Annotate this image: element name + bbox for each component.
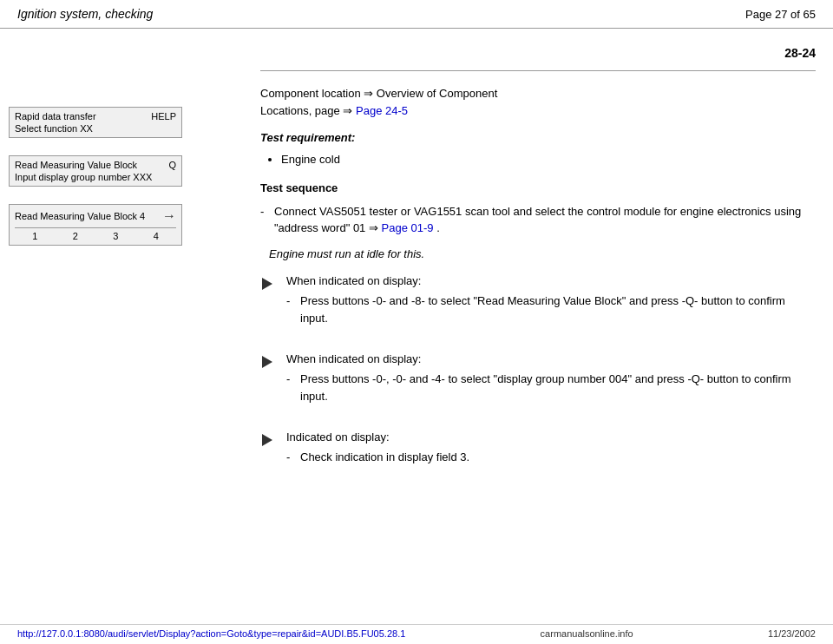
page-footer: http://127.0.0.1:8080/audi/servlet/Displ… (0, 624, 833, 639)
footer-url[interactable]: http://127.0.0.1:8080/audi/servlet/Displ… (17, 628, 405, 639)
note-idle: Engine must run at idle for this. (269, 246, 816, 263)
panel3-arrow-icon: → (162, 208, 176, 224)
svg-marker-1 (262, 356, 272, 368)
test-sequence-step1: Connect VAS5051 tester or VAG1551 scan t… (260, 203, 816, 237)
field-1: 1 (25, 231, 44, 241)
panel1-title: Rapid data transfer (15, 111, 96, 122)
panel3-title: Read Measuring Value Block 4 (15, 211, 145, 221)
arrow-diagonal-icon-2 (260, 354, 276, 370)
panel-read-measuring-block4: Read Measuring Value Block 4 → 1 2 3 4 (9, 204, 182, 246)
step1-end: . (436, 221, 440, 234)
arrow-diagonal-icon-3 (260, 432, 276, 448)
instruction-label-2: When indicated on display: (286, 352, 816, 365)
page-indicator: Page 27 of 65 (745, 8, 816, 21)
instruction-icon-1 (260, 276, 279, 294)
intro-text: Component location ⇒ Overview of Compone… (260, 85, 816, 119)
field-2: 2 (66, 231, 85, 241)
section-divider (260, 70, 816, 71)
instruction-label-3: Indicated on display: (286, 430, 816, 444)
main-content: Rapid data transfer HELP Select function… (0, 29, 833, 501)
step1-text: Connect VAS5051 tester or VAG1551 scan t… (274, 205, 801, 235)
intro-link[interactable]: Page 24-5 (356, 104, 408, 117)
intro-line1: Component location ⇒ Overview of Compone… (260, 87, 497, 100)
field-4: 4 (147, 231, 166, 241)
test-requirement-list: Engine cold (281, 151, 816, 169)
instruction-step-1: Press buttons -0- and -8- to select "Rea… (286, 292, 816, 326)
svg-marker-0 (262, 278, 272, 290)
arrow-diagonal-icon-1 (260, 276, 276, 292)
panel1-help: HELP (151, 111, 176, 122)
footer-date: 11/23/2002 (768, 628, 816, 639)
instruction-block-2: When indicated on display: Press buttons… (260, 352, 816, 411)
instruction-content-3: Indicated on display: Check indication i… (286, 430, 816, 473)
step1-link[interactable]: Page 01-9 (382, 221, 434, 234)
panel2-title: Read Measuring Value Block (15, 160, 137, 170)
instruction-content-2: When indicated on display: Press buttons… (286, 352, 816, 411)
test-sequence-heading: Test sequence (260, 181, 816, 194)
left-sidebar: Rapid data transfer HELP Select function… (9, 37, 234, 492)
instruction-step-2: Press buttons -0-, -0- and -4- to select… (286, 371, 816, 404)
panel-rapid-data: Rapid data transfer HELP Select function… (9, 107, 182, 138)
document-title: Ignition system, checking (17, 7, 153, 21)
bullet-engine-cold: Engine cold (281, 151, 816, 169)
instruction-icon-3 (260, 432, 279, 450)
panel1-sub: Select function XX (15, 123, 176, 134)
instruction-step-3: Check indication in display field 3. (286, 449, 816, 466)
test-requirement-label: Test requirement: (260, 131, 816, 144)
instruction-icon-2 (260, 354, 279, 372)
intro-line2: Locations, page ⇒ (260, 104, 352, 117)
panel2-key: Q (168, 160, 176, 170)
field-3: 3 (106, 231, 125, 241)
section-number: 28-24 (260, 46, 816, 60)
instruction-block-1: When indicated on display: Press buttons… (260, 274, 816, 333)
instruction-block-3: Indicated on display: Check indication i… (260, 430, 816, 473)
page-header: Ignition system, checking Page 27 of 65 (0, 0, 833, 29)
footer-watermark: carmanualsonline.info (541, 628, 633, 639)
svg-marker-2 (262, 434, 272, 446)
panel-read-measuring: Read Measuring Value Block Q Input displ… (9, 155, 182, 187)
panel3-fields: 1 2 3 4 (15, 227, 176, 241)
instruction-content-1: When indicated on display: Press buttons… (286, 274, 816, 333)
panel2-sub: Input display group number XXX (15, 172, 176, 182)
instruction-label-1: When indicated on display: (286, 274, 816, 287)
right-content: 28-24 Component location ⇒ Overview of C… (234, 37, 816, 492)
